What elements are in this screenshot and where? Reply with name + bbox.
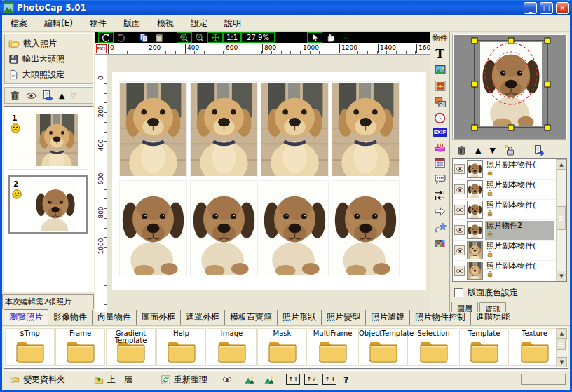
- visibility-eye-icon[interactable]: [26, 90, 36, 101]
- delete-layer-icon[interactable]: [456, 145, 467, 156]
- speech-bubble-tool[interactable]: [434, 173, 447, 185]
- menu-edit[interactable]: 編輯(E): [36, 15, 81, 32]
- zoom-in-button[interactable]: [177, 32, 192, 43]
- duplicate-layer-icon[interactable]: [533, 144, 545, 156]
- canvas-photo-object[interactable]: [332, 180, 400, 276]
- duplicate-photo-icon[interactable]: [42, 90, 53, 101]
- folder-mask[interactable]: Mask: [257, 328, 307, 366]
- layer-visibility-toggle[interactable]: [454, 205, 465, 215]
- layer-visibility-toggle[interactable]: [454, 225, 465, 235]
- photo-copies-tool[interactable]: [434, 96, 447, 108]
- redo-button[interactable]: [114, 32, 129, 43]
- layer-row[interactable]: 照片副本物件(: [453, 159, 556, 180]
- zoom-fit-button[interactable]: [207, 32, 223, 43]
- scroll-down-arrow[interactable]: ▼: [557, 357, 567, 367]
- selection-overlay[interactable]: [454, 35, 566, 139]
- photo-object-tool[interactable]: [434, 80, 447, 92]
- help-button[interactable]: ?: [341, 374, 352, 385]
- pan-hand-tool-button[interactable]: [322, 32, 338, 43]
- folder-template[interactable]: Template: [459, 328, 509, 366]
- scrollbar-thumb[interactable]: [557, 339, 566, 350]
- move-up-icon[interactable]: ▲: [59, 92, 64, 100]
- menu-view[interactable]: 檢視: [149, 15, 182, 32]
- canvas-photo-object[interactable]: [190, 81, 258, 177]
- canvas-photo-object[interactable]: [261, 81, 329, 177]
- maximize-button[interactable]: □: [540, 2, 553, 14]
- tab-advanced[interactable]: 進階功能: [471, 310, 515, 325]
- marquee-tool-button[interactable]: [338, 32, 353, 43]
- canvas-photo-object[interactable]: [190, 180, 258, 276]
- tab-browse-photos[interactable]: 瀏覽照片: [4, 309, 48, 325]
- layer-row-selected[interactable]: 照片物件2: [453, 220, 556, 241]
- layer-down-icon[interactable]: ▼: [489, 147, 495, 154]
- folder-help[interactable]: Help: [156, 328, 206, 366]
- menu-layout[interactable]: 版面: [115, 15, 149, 32]
- lock-layer-icon[interactable]: [504, 144, 515, 156]
- folder-tmp[interactable]: $Tmp: [5, 328, 55, 366]
- folder-objecttemplate[interactable]: ObjectTemplate: [358, 328, 408, 366]
- folder-selection[interactable]: Selection: [409, 328, 458, 366]
- change-folder-button[interactable]: 變更資料夾: [6, 373, 68, 386]
- arrow-shape-tool[interactable]: [434, 205, 447, 217]
- minimize-button[interactable]: _: [524, 2, 537, 14]
- tab-template-box[interactable]: 模板百寶箱: [225, 310, 278, 325]
- layer-visibility-toggle[interactable]: [454, 164, 465, 174]
- tab-photo-object-control[interactable]: 照片物件控制: [410, 310, 471, 325]
- mosaic-tool[interactable]: [434, 238, 446, 249]
- idphoto-settings-button[interactable]: 大頭照設定: [7, 67, 90, 82]
- folder-scrollbar[interactable]: ▲ ▼: [556, 328, 567, 367]
- photo-thumbnail[interactable]: [34, 180, 76, 231]
- sort-3-button[interactable]: ↑3: [322, 374, 336, 385]
- layers-scrollbar[interactable]: ▲ ▼: [556, 159, 566, 281]
- layer-up-icon[interactable]: ▲: [475, 147, 481, 154]
- layout-bg-setting[interactable]: 版面底色設定: [454, 287, 518, 299]
- canvas-photo-object[interactable]: [119, 180, 187, 276]
- canvas-photo-object[interactable]: [332, 81, 400, 177]
- large-view-icon[interactable]: [264, 374, 275, 385]
- scrollbar-thumb[interactable]: [557, 206, 566, 230]
- tab-mask-frames[interactable]: 遮罩外框: [181, 310, 225, 325]
- scroll-up-arrow[interactable]: ▲: [557, 328, 567, 339]
- delete-photo-icon[interactable]: [10, 90, 20, 101]
- layer-row[interactable]: 照片副本物件(: [453, 261, 556, 281]
- undo-button[interactable]: [98, 32, 114, 43]
- layer-row[interactable]: 照片副本物件(: [453, 180, 556, 200]
- tab-photo-transform[interactable]: 照片變型: [322, 310, 366, 325]
- layer-visibility-toggle[interactable]: [454, 184, 465, 194]
- selected-object-preview[interactable]: [452, 34, 567, 140]
- tab-picture-frames[interactable]: 圖面外框: [137, 310, 181, 325]
- canvas-area[interactable]: [107, 55, 430, 312]
- zoom-level-value[interactable]: 27.9%: [241, 32, 275, 43]
- layout-page[interactable]: [112, 72, 426, 290]
- dimension-arrows-tool[interactable]: [434, 189, 446, 201]
- zoom-1to1-button[interactable]: 1:1: [223, 32, 241, 43]
- photo-thumbnail[interactable]: [36, 114, 78, 166]
- text-tool-button[interactable]: T: [435, 48, 444, 60]
- menu-file[interactable]: 檔案: [2, 15, 36, 32]
- tab-photo-filters[interactable]: 照片濾鏡: [366, 310, 410, 325]
- menu-settings[interactable]: 設定: [182, 15, 216, 32]
- folder-texture[interactable]: Texture: [510, 328, 556, 366]
- exif-tool[interactable]: EXIF: [433, 128, 448, 137]
- image-object-tool[interactable]: [434, 64, 447, 76]
- folder-frame[interactable]: Frame: [55, 328, 105, 366]
- star-shape-tool[interactable]: [434, 222, 447, 234]
- refresh-button[interactable]: 重新整理: [158, 373, 210, 386]
- layer-visibility-toggle[interactable]: [454, 266, 465, 276]
- title-bar[interactable]: PhotoCap 5.01 _ □ ✕: [0, 0, 572, 15]
- sort-2-button[interactable]: ↑2: [304, 374, 318, 385]
- canvas-photo-object[interactable]: [261, 180, 329, 276]
- layer-row[interactable]: 照片副本物件(: [453, 200, 556, 220]
- load-photos-button[interactable]: 載入照片: [7, 36, 90, 51]
- photo-item-1[interactable]: 1: [8, 111, 88, 170]
- menu-object[interactable]: 物件: [81, 15, 115, 32]
- menu-help[interactable]: 說明: [216, 15, 250, 32]
- export-idphoto-button[interactable]: 輸出大頭照: [7, 51, 90, 67]
- thumbnail-view-icon[interactable]: [244, 374, 255, 385]
- calendar-tool[interactable]: [434, 157, 446, 169]
- photo-item-2-selected[interactable]: 2: [8, 175, 88, 234]
- ruler-unit-label[interactable]: PXL: [96, 44, 107, 53]
- layer-visibility-toggle[interactable]: [454, 245, 465, 255]
- folder-multiframe[interactable]: MultiFrame: [308, 328, 358, 366]
- up-one-level-button[interactable]: 上一層: [90, 373, 135, 386]
